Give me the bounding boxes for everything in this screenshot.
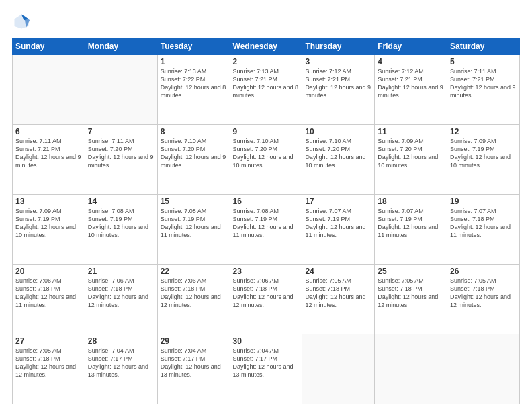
day-number: 13: [15, 197, 82, 206]
week-row-4: 20Sunrise: 7:06 AM Sunset: 7:18 PM Dayli…: [13, 265, 520, 334]
day-number: 10: [305, 127, 371, 136]
day-number: 1: [161, 57, 227, 66]
day-number: 15: [161, 197, 227, 206]
calendar-cell: 11Sunrise: 7:09 AM Sunset: 7:20 PM Dayli…: [375, 125, 447, 195]
calendar-cell: 12Sunrise: 7:09 AM Sunset: 7:19 PM Dayli…: [447, 125, 520, 195]
day-number: 21: [88, 267, 154, 276]
day-number: 2: [233, 57, 300, 66]
calendar-cell: 26Sunrise: 7:05 AM Sunset: 7:18 PM Dayli…: [447, 265, 520, 334]
day-number: 7: [88, 127, 154, 136]
calendar-cell: 10Sunrise: 7:10 AM Sunset: 7:20 PM Dayli…: [302, 125, 375, 195]
calendar-cell: 20Sunrise: 7:06 AM Sunset: 7:18 PM Dayli…: [13, 265, 85, 334]
calendar-cell: 30Sunrise: 7:04 AM Sunset: 7:17 PM Dayli…: [230, 334, 302, 404]
day-number: 29: [161, 336, 227, 346]
weekday-header-wednesday: Wednesday: [230, 38, 302, 55]
day-number: 6: [15, 127, 82, 136]
day-info: Sunrise: 7:07 AM Sunset: 7:19 PM Dayligh…: [305, 207, 371, 240]
day-info: Sunrise: 7:04 AM Sunset: 7:17 PM Dayligh…: [161, 347, 227, 379]
day-info: Sunrise: 7:06 AM Sunset: 7:18 PM Dayligh…: [233, 277, 300, 310]
calendar-cell: [13, 55, 85, 125]
day-info: Sunrise: 7:06 AM Sunset: 7:18 PM Dayligh…: [15, 277, 82, 310]
weekday-header-saturday: Saturday: [447, 38, 520, 55]
day-info: Sunrise: 7:05 AM Sunset: 7:18 PM Dayligh…: [378, 277, 444, 310]
calendar-cell: 18Sunrise: 7:07 AM Sunset: 7:19 PM Dayli…: [375, 195, 447, 265]
day-number: 23: [233, 267, 300, 276]
week-row-3: 13Sunrise: 7:09 AM Sunset: 7:19 PM Dayli…: [13, 195, 520, 265]
calendar-cell: 27Sunrise: 7:05 AM Sunset: 7:18 PM Dayli…: [13, 334, 85, 404]
day-info: Sunrise: 7:05 AM Sunset: 7:18 PM Dayligh…: [450, 277, 517, 310]
day-number: 11: [378, 127, 444, 136]
calendar-cell: 28Sunrise: 7:04 AM Sunset: 7:17 PM Dayli…: [85, 334, 157, 404]
day-number: 22: [161, 267, 227, 276]
day-number: 28: [88, 336, 154, 346]
day-info: Sunrise: 7:08 AM Sunset: 7:19 PM Dayligh…: [161, 207, 227, 240]
day-info: Sunrise: 7:09 AM Sunset: 7:19 PM Dayligh…: [450, 137, 517, 170]
calendar-cell: [302, 334, 375, 404]
calendar-cell: 22Sunrise: 7:06 AM Sunset: 7:18 PM Dayli…: [157, 265, 230, 334]
day-info: Sunrise: 7:08 AM Sunset: 7:19 PM Dayligh…: [88, 207, 154, 240]
day-info: Sunrise: 7:09 AM Sunset: 7:20 PM Dayligh…: [378, 137, 444, 170]
page: SundayMondayTuesdayWednesdayThursdayFrid…: [0, 0, 532, 411]
day-number: 18: [378, 197, 444, 206]
day-number: 30: [233, 336, 300, 346]
day-info: Sunrise: 7:07 AM Sunset: 7:18 PM Dayligh…: [450, 207, 517, 240]
day-number: 8: [161, 127, 227, 136]
calendar-cell: 4Sunrise: 7:12 AM Sunset: 7:21 PM Daylig…: [375, 55, 447, 125]
weekday-header-sunday: Sunday: [13, 38, 85, 55]
calendar-cell: 24Sunrise: 7:05 AM Sunset: 7:18 PM Dayli…: [302, 265, 375, 334]
day-number: 17: [305, 197, 371, 206]
weekday-header-thursday: Thursday: [302, 38, 375, 55]
calendar-cell: 25Sunrise: 7:05 AM Sunset: 7:18 PM Dayli…: [375, 265, 447, 334]
weekday-header-tuesday: Tuesday: [157, 38, 230, 55]
calendar-cell: [85, 55, 157, 125]
day-info: Sunrise: 7:04 AM Sunset: 7:17 PM Dayligh…: [233, 347, 300, 379]
calendar-cell: 7Sunrise: 7:11 AM Sunset: 7:20 PM Daylig…: [85, 125, 157, 195]
day-info: Sunrise: 7:06 AM Sunset: 7:18 PM Dayligh…: [88, 277, 154, 310]
calendar-cell: 3Sunrise: 7:12 AM Sunset: 7:21 PM Daylig…: [302, 55, 375, 125]
day-number: 27: [15, 336, 82, 346]
day-info: Sunrise: 7:10 AM Sunset: 7:20 PM Dayligh…: [233, 137, 300, 170]
weekday-header-friday: Friday: [375, 38, 447, 55]
day-number: 3: [305, 57, 371, 66]
calendar-cell: 8Sunrise: 7:10 AM Sunset: 7:20 PM Daylig…: [157, 125, 230, 195]
day-number: 19: [450, 197, 517, 206]
calendar-cell: 14Sunrise: 7:08 AM Sunset: 7:19 PM Dayli…: [85, 195, 157, 265]
logo: [12, 12, 34, 31]
day-number: 5: [450, 57, 517, 66]
day-info: Sunrise: 7:11 AM Sunset: 7:21 PM Dayligh…: [450, 67, 517, 100]
calendar-cell: 16Sunrise: 7:08 AM Sunset: 7:19 PM Dayli…: [230, 195, 302, 265]
day-info: Sunrise: 7:10 AM Sunset: 7:20 PM Dayligh…: [161, 137, 227, 170]
calendar-cell: 6Sunrise: 7:11 AM Sunset: 7:21 PM Daylig…: [13, 125, 85, 195]
header: [12, 12, 520, 31]
day-info: Sunrise: 7:13 AM Sunset: 7:22 PM Dayligh…: [161, 67, 227, 100]
calendar-cell: [447, 334, 520, 404]
day-number: 24: [305, 267, 371, 276]
day-info: Sunrise: 7:11 AM Sunset: 7:21 PM Dayligh…: [15, 137, 82, 170]
week-row-5: 27Sunrise: 7:05 AM Sunset: 7:18 PM Dayli…: [13, 334, 520, 404]
day-number: 14: [88, 197, 154, 206]
generalblue-logo-icon: [12, 12, 31, 31]
day-info: Sunrise: 7:06 AM Sunset: 7:18 PM Dayligh…: [161, 277, 227, 310]
day-info: Sunrise: 7:11 AM Sunset: 7:20 PM Dayligh…: [88, 137, 154, 170]
calendar-cell: 15Sunrise: 7:08 AM Sunset: 7:19 PM Dayli…: [157, 195, 230, 265]
day-number: 9: [233, 127, 300, 136]
calendar-table: SundayMondayTuesdayWednesdayThursdayFrid…: [12, 38, 520, 404]
day-info: Sunrise: 7:05 AM Sunset: 7:18 PM Dayligh…: [305, 277, 371, 310]
day-number: 4: [378, 57, 444, 66]
day-info: Sunrise: 7:05 AM Sunset: 7:18 PM Dayligh…: [15, 347, 82, 379]
day-number: 26: [450, 267, 517, 276]
calendar-cell: [375, 334, 447, 404]
week-row-2: 6Sunrise: 7:11 AM Sunset: 7:21 PM Daylig…: [13, 125, 520, 195]
day-info: Sunrise: 7:07 AM Sunset: 7:19 PM Dayligh…: [378, 207, 444, 240]
calendar-cell: 1Sunrise: 7:13 AM Sunset: 7:22 PM Daylig…: [157, 55, 230, 125]
calendar-cell: 2Sunrise: 7:13 AM Sunset: 7:21 PM Daylig…: [230, 55, 302, 125]
calendar-cell: 23Sunrise: 7:06 AM Sunset: 7:18 PM Dayli…: [230, 265, 302, 334]
calendar-cell: 29Sunrise: 7:04 AM Sunset: 7:17 PM Dayli…: [157, 334, 230, 404]
calendar-cell: 21Sunrise: 7:06 AM Sunset: 7:18 PM Dayli…: [85, 265, 157, 334]
weekday-header-monday: Monday: [85, 38, 157, 55]
day-info: Sunrise: 7:08 AM Sunset: 7:19 PM Dayligh…: [233, 207, 300, 240]
day-number: 25: [378, 267, 444, 276]
calendar-cell: 5Sunrise: 7:11 AM Sunset: 7:21 PM Daylig…: [447, 55, 520, 125]
calendar-cell: 17Sunrise: 7:07 AM Sunset: 7:19 PM Dayli…: [302, 195, 375, 265]
calendar-cell: 13Sunrise: 7:09 AM Sunset: 7:19 PM Dayli…: [13, 195, 85, 265]
